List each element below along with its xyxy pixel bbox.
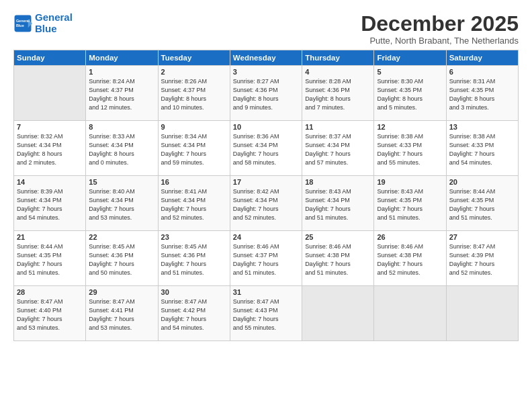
- calendar-cell: 30Sunrise: 8:47 AMSunset: 4:42 PMDayligh…: [158, 286, 230, 341]
- day-number: 31: [233, 288, 299, 296]
- day-info: Sunrise: 8:37 AMSunset: 4:34 PMDaylight:…: [305, 132, 371, 167]
- day-info: Sunrise: 8:36 AMSunset: 4:34 PMDaylight:…: [233, 132, 299, 167]
- calendar-title: December 2025: [361, 12, 519, 36]
- calendar-cell: 19Sunrise: 8:43 AMSunset: 4:35 PMDayligh…: [374, 176, 446, 231]
- day-info: Sunrise: 8:44 AMSunset: 4:35 PMDaylight:…: [449, 187, 515, 222]
- logo-line1: General: [35, 12, 73, 24]
- day-info: Sunrise: 8:47 AMSunset: 4:40 PMDaylight:…: [17, 298, 83, 332]
- day-number: 18: [305, 178, 371, 186]
- day-info: Sunrise: 8:47 AMSunset: 4:39 PMDaylight:…: [449, 242, 515, 277]
- day-number: 17: [233, 178, 299, 186]
- calendar-header: Sunday Monday Tuesday Wednesday Thursday…: [14, 50, 519, 66]
- day-number: 6: [449, 68, 515, 76]
- logo: General Blue General Blue: [13, 12, 73, 34]
- calendar-cell: [14, 66, 86, 121]
- day-number: 24: [233, 233, 299, 241]
- day-number: 30: [161, 288, 227, 296]
- day-info: Sunrise: 8:46 AMSunset: 4:38 PMDaylight:…: [377, 242, 443, 277]
- calendar-cell: 13Sunrise: 8:38 AMSunset: 4:33 PMDayligh…: [446, 121, 518, 176]
- calendar-cell: 15Sunrise: 8:40 AMSunset: 4:34 PMDayligh…: [86, 176, 158, 231]
- calendar-cell: 7Sunrise: 8:32 AMSunset: 4:34 PMDaylight…: [14, 121, 86, 176]
- day-info: Sunrise: 8:38 AMSunset: 4:33 PMDaylight:…: [449, 132, 515, 167]
- day-info: Sunrise: 8:43 AMSunset: 4:34 PMDaylight:…: [305, 187, 371, 222]
- calendar-cell: 3Sunrise: 8:27 AMSunset: 4:36 PMDaylight…: [230, 66, 302, 121]
- day-info: Sunrise: 8:33 AMSunset: 4:34 PMDaylight:…: [89, 132, 154, 167]
- day-info: Sunrise: 8:47 AMSunset: 4:41 PMDaylight:…: [89, 298, 154, 332]
- calendar-cell: 4Sunrise: 8:28 AMSunset: 4:36 PMDaylight…: [302, 66, 374, 121]
- calendar-week-1: 7Sunrise: 8:32 AMSunset: 4:34 PMDaylight…: [14, 121, 519, 176]
- day-info: Sunrise: 8:45 AMSunset: 4:36 PMDaylight:…: [161, 242, 227, 277]
- calendar-week-4: 28Sunrise: 8:47 AMSunset: 4:40 PMDayligh…: [14, 286, 519, 341]
- day-number: 28: [17, 288, 83, 296]
- calendar-subtitle: Putte, North Brabant, The Netherlands: [361, 36, 519, 46]
- day-number: 1: [89, 68, 154, 76]
- day-number: 19: [377, 178, 443, 186]
- header-row: Sunday Monday Tuesday Wednesday Thursday…: [14, 50, 519, 66]
- calendar-cell: [302, 286, 374, 341]
- day-number: 9: [161, 123, 227, 131]
- calendar-cell: 8Sunrise: 8:33 AMSunset: 4:34 PMDaylight…: [86, 121, 158, 176]
- header-friday: Friday: [374, 50, 446, 66]
- svg-text:Blue: Blue: [16, 24, 24, 28]
- header-tuesday: Tuesday: [158, 50, 230, 66]
- day-number: 5: [377, 68, 443, 76]
- day-info: Sunrise: 8:27 AMSunset: 4:36 PMDaylight:…: [233, 77, 299, 112]
- calendar-cell: 9Sunrise: 8:34 AMSunset: 4:34 PMDaylight…: [158, 121, 230, 176]
- day-number: 14: [17, 178, 83, 186]
- calendar-cell: 28Sunrise: 8:47 AMSunset: 4:40 PMDayligh…: [14, 286, 86, 341]
- calendar-cell: 23Sunrise: 8:45 AMSunset: 4:36 PMDayligh…: [158, 231, 230, 286]
- day-info: Sunrise: 8:26 AMSunset: 4:37 PMDaylight:…: [161, 77, 227, 112]
- calendar-cell: 5Sunrise: 8:30 AMSunset: 4:35 PMDaylight…: [374, 66, 446, 121]
- day-info: Sunrise: 8:38 AMSunset: 4:33 PMDaylight:…: [377, 132, 443, 167]
- header-wednesday: Wednesday: [230, 50, 302, 66]
- day-info: Sunrise: 8:44 AMSunset: 4:35 PMDaylight:…: [17, 242, 83, 277]
- day-number: 10: [233, 123, 299, 131]
- calendar-cell: 11Sunrise: 8:37 AMSunset: 4:34 PMDayligh…: [302, 121, 374, 176]
- day-info: Sunrise: 8:47 AMSunset: 4:42 PMDaylight:…: [161, 298, 227, 332]
- day-number: 22: [89, 233, 154, 241]
- calendar-cell: 24Sunrise: 8:46 AMSunset: 4:37 PMDayligh…: [230, 231, 302, 286]
- day-info: Sunrise: 8:42 AMSunset: 4:34 PMDaylight:…: [233, 187, 299, 222]
- calendar-cell: 14Sunrise: 8:39 AMSunset: 4:34 PMDayligh…: [14, 176, 86, 231]
- logo-icon: General Blue: [13, 14, 32, 33]
- calendar-cell: 18Sunrise: 8:43 AMSunset: 4:34 PMDayligh…: [302, 176, 374, 231]
- page: General Blue General Blue December 2025 …: [0, 0, 532, 411]
- calendar-cell: 2Sunrise: 8:26 AMSunset: 4:37 PMDaylight…: [158, 66, 230, 121]
- calendar-week-3: 21Sunrise: 8:44 AMSunset: 4:35 PMDayligh…: [14, 231, 519, 286]
- calendar-cell: [374, 286, 446, 341]
- day-info: Sunrise: 8:45 AMSunset: 4:36 PMDaylight:…: [89, 242, 154, 277]
- calendar-cell: 25Sunrise: 8:46 AMSunset: 4:38 PMDayligh…: [302, 231, 374, 286]
- day-number: 2: [161, 68, 227, 76]
- day-number: 20: [449, 178, 515, 186]
- day-info: Sunrise: 8:34 AMSunset: 4:34 PMDaylight:…: [161, 132, 227, 167]
- calendar-cell: 12Sunrise: 8:38 AMSunset: 4:33 PMDayligh…: [374, 121, 446, 176]
- header-sunday: Sunday: [14, 50, 86, 66]
- calendar-week-2: 14Sunrise: 8:39 AMSunset: 4:34 PMDayligh…: [14, 176, 519, 231]
- day-info: Sunrise: 8:32 AMSunset: 4:34 PMDaylight:…: [17, 132, 83, 167]
- day-number: 7: [17, 123, 83, 131]
- calendar-cell: 10Sunrise: 8:36 AMSunset: 4:34 PMDayligh…: [230, 121, 302, 176]
- logo-line2: Blue: [35, 24, 73, 35]
- day-number: 23: [161, 233, 227, 241]
- day-number: 29: [89, 288, 154, 296]
- day-info: Sunrise: 8:28 AMSunset: 4:36 PMDaylight:…: [305, 77, 371, 112]
- day-number: 3: [233, 68, 299, 76]
- title-block: December 2025 Putte, North Brabant, The …: [361, 12, 519, 46]
- day-number: 16: [161, 178, 227, 186]
- calendar-cell: 1Sunrise: 8:24 AMSunset: 4:37 PMDaylight…: [86, 66, 158, 121]
- day-info: Sunrise: 8:31 AMSunset: 4:35 PMDaylight:…: [449, 77, 515, 112]
- day-number: 25: [305, 233, 371, 241]
- calendar-cell: 16Sunrise: 8:41 AMSunset: 4:34 PMDayligh…: [158, 176, 230, 231]
- calendar-cell: 27Sunrise: 8:47 AMSunset: 4:39 PMDayligh…: [446, 231, 518, 286]
- day-info: Sunrise: 8:43 AMSunset: 4:35 PMDaylight:…: [377, 187, 443, 222]
- day-info: Sunrise: 8:46 AMSunset: 4:37 PMDaylight:…: [233, 242, 299, 277]
- day-number: 26: [377, 233, 443, 241]
- calendar-cell: 31Sunrise: 8:47 AMSunset: 4:43 PMDayligh…: [230, 286, 302, 341]
- day-number: 27: [449, 233, 515, 241]
- calendar-cell: 20Sunrise: 8:44 AMSunset: 4:35 PMDayligh…: [446, 176, 518, 231]
- day-number: 12: [377, 123, 443, 131]
- day-info: Sunrise: 8:39 AMSunset: 4:34 PMDaylight:…: [17, 187, 83, 222]
- calendar-cell: 29Sunrise: 8:47 AMSunset: 4:41 PMDayligh…: [86, 286, 158, 341]
- day-number: 11: [305, 123, 371, 131]
- day-info: Sunrise: 8:40 AMSunset: 4:34 PMDaylight:…: [89, 187, 154, 222]
